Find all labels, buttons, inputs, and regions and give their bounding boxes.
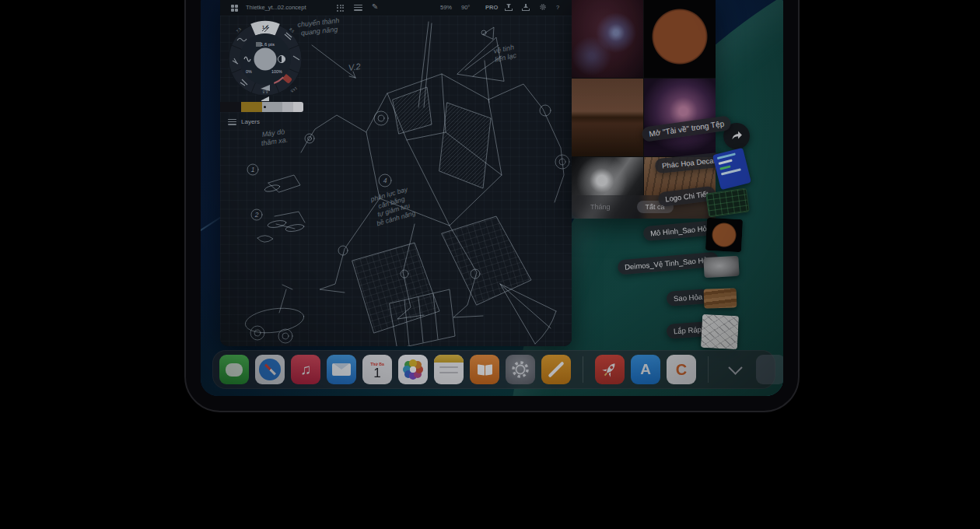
photo-thumbnail[interactable] [644,0,716,78]
export-icon[interactable] [522,4,530,11]
pro-badge[interactable]: PRO [485,4,498,11]
swatch-white[interactable] [293,102,303,112]
dock-icon-settings[interactable] [506,355,535,384]
drag-thumb-mars-photo[interactable] [705,218,743,252]
dock-icon-app-library[interactable] [756,355,783,384]
stroke-size-readout: 1,6 pts [261,42,275,47]
settings-gear-icon[interactable] [539,3,547,12]
dock-icon-mail[interactable] [327,355,356,384]
dock-icon-c-app[interactable]: C [667,355,696,384]
zoom-level[interactable]: 59% [440,4,452,11]
swatch-lightgray[interactable] [282,102,293,112]
circled-number-3: 4 [383,177,387,184]
pen-icon [548,361,564,377]
layers-icon [228,117,236,126]
drag-thumb-deimos-moon[interactable] [703,256,739,278]
active-size-label: 1,6 [262,25,268,30]
photo-grid [572,0,716,219]
dock-icon-app-store[interactable]: A [631,355,660,384]
circled-number-2: 2 [254,211,259,219]
dock-collapse-button[interactable] [720,355,750,384]
dock-icon-notes[interactable] [434,355,464,384]
precision-grid-icon[interactable] [337,5,344,12]
brush-tool-icon[interactable]: ✎ [372,2,378,11]
dock-icon-books[interactable] [470,355,499,384]
dock-icon-calendar[interactable]: Thứ Ba 1 [362,355,392,384]
import-icon[interactable] [505,4,513,11]
dock-divider [583,356,583,383]
drag-thumb-assembly-sketch[interactable] [701,314,739,349]
drag-thumb-mars-strip[interactable] [704,288,737,308]
tab-months[interactable]: Tháng [590,203,611,211]
chevron-down-icon [728,360,742,374]
annotation-probe: Máy dò thăm xa. [260,128,289,149]
dock-icon-drawing-app[interactable] [541,355,571,384]
help-button[interactable]: ? [556,4,559,11]
dock-divider [708,356,709,383]
svg-text:6,8: 6,8 [262,89,268,93]
photos-app-window: Tháng Tất cả [572,0,716,219]
layers-toggle-icon[interactable] [354,3,362,12]
music-note-icon: ♫ [300,361,311,378]
appstore-a-icon: A [640,361,651,378]
calendar-day: 1 [373,366,380,380]
dock-icon-photos[interactable] [398,355,428,384]
opacity-max: 100% [271,69,282,74]
concepts-app-window: Thietke_yt...02.concept ✎ 59% 90° PRO ? [220,0,572,346]
dock-icon-music[interactable]: ♫ [291,355,320,384]
photo-thumbnail[interactable] [572,0,643,78]
c-logo-icon: C [676,361,687,379]
concepts-toolbar: Thietke_yt...02.concept ✎ 59% 90° PRO ? [220,0,572,16]
photo-thumbnail[interactable] [644,79,716,156]
message-bubble-icon [226,363,243,377]
dock-icon-rocket-app[interactable] [595,355,625,384]
ipad-screen: Thietke_yt...02.concept ✎ 59% 90° PRO ? [201,0,783,396]
gear-icon [510,359,530,380]
dock: ♫ Thứ Ba 1 A C [212,350,775,389]
share-arrow-icon [730,129,744,143]
compass-icon [259,359,281,380]
document-title[interactable]: Thietke_yt...02.concept [246,4,306,11]
tool-wheel-knob[interactable] [254,48,277,71]
photo-thumbnail[interactable] [572,79,643,156]
rocket-icon [597,356,623,383]
smoothing-min: 0% [246,69,252,74]
swatch-black[interactable] [220,102,241,112]
home-grid-icon[interactable] [231,5,238,12]
flower-icon [410,366,416,373]
svg-text:14,5: 14,5 [289,86,298,93]
rotation-value[interactable]: 90° [461,4,470,11]
annotation-version: V.2 [348,61,361,74]
dock-icon-safari[interactable] [255,355,285,384]
palette-selection-dot [264,106,266,108]
layers-label: Layers [241,118,260,125]
layers-panel-toggle[interactable]: Layers [228,117,260,126]
open-book-icon [478,364,485,375]
tool-wheel[interactable]: 1,6 7,3 8,5 14,5 6,8 1,6 pts [225,19,306,103]
dock-icon-messages[interactable] [219,355,249,384]
swatch-gold[interactable] [241,102,262,112]
envelope-icon [332,363,351,376]
color-palette-bar[interactable] [220,102,303,112]
circled-number-1: 1 [251,166,255,173]
